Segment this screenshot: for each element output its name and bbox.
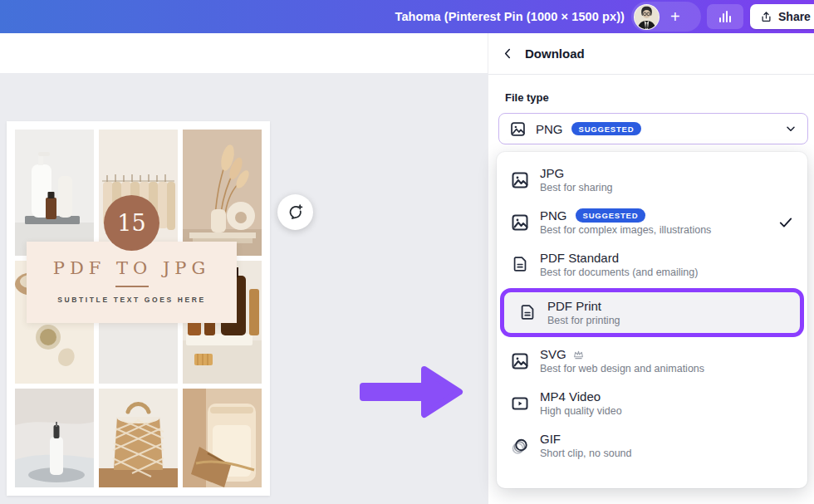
gif-icon [510,436,530,456]
share-button[interactable]: Share [750,4,814,29]
upload-icon [760,10,772,23]
chevron-down-icon [784,122,797,135]
option-desc: High quality video [540,405,622,417]
download-panel: Download File type PNG SUGGESTED [488,33,814,504]
option-desc: Best for printing [547,315,620,326]
option-jpg[interactable]: JPG Best for sharing [497,159,807,201]
image-icon [509,120,527,138]
document-icon [510,255,530,275]
photo-dried-plants-vase[interactable] [183,130,262,256]
share-label: Share [778,10,811,23]
suggested-badge: SUGGESTED [571,122,642,136]
premium-crown-icon [573,350,584,360]
option-name: PDF Print [547,299,601,313]
video-icon [510,394,530,413]
card-divider [115,286,149,287]
option-mp4[interactable]: MP4 Video High quality video [497,382,807,424]
file-type-select[interactable]: PNG SUGGESTED [498,113,808,144]
top-bar: Tahoma (Pinterest Pin (1000 × 1500 px)) … [0,0,814,33]
option-desc: Short clip, no sound [540,448,632,459]
suggested-badge: SUGGESTED [576,208,646,223]
option-desc: Best for complex images, illustrations [540,224,711,236]
option-gif[interactable]: GIF Short clip, no sound [497,424,807,467]
file-type-dropdown: JPG Best for sharing PNG SUGGESTED Best … [497,152,807,488]
panel-title: Download [525,46,585,61]
chevron-left-icon [501,46,515,61]
add-comment-icon [287,203,304,221]
image-icon [510,213,530,232]
add-comment-button[interactable] [277,194,313,230]
image-icon [510,170,530,190]
option-svg[interactable]: SVG Best for web design and animations [497,340,807,382]
file-type-label: File type [505,91,549,104]
selected-file-type: PNG [536,122,563,136]
photo-wicker-basket[interactable] [99,389,178,487]
option-desc: Best for sharing [540,182,613,193]
photo-skincare-bottles[interactable] [15,130,94,256]
option-png[interactable]: PNG SUGGESTED Best for complex images, i… [497,201,807,243]
app-window: Tahoma (Pinterest Pin (1000 × 1500 px)) … [0,0,814,504]
image-icon [510,351,530,371]
panel-header: Download [488,33,814,75]
pdf-print-highlight: PDF Print Best for printing [500,288,804,337]
option-name: PNG [540,208,567,223]
option-name: SVG [540,347,566,361]
editor-canvas[interactable]: 15 PDF TO JPG SUBTITLE TEXT GOES HERE [0,73,488,504]
document-title[interactable]: Tahoma (Pinterest Pin (1000 × 1500 px)) [395,10,625,23]
checkmark-icon [777,214,794,231]
option-name: PDF Standard [540,251,619,265]
option-pdf-standard[interactable]: PDF Standard Best for documents (and ema… [497,243,807,286]
document-icon [517,303,537,323]
toolbar-strip [0,33,488,73]
photo-serum-bottle[interactable] [15,389,94,487]
option-name: MP4 Video [540,389,601,404]
insights-button[interactable] [707,4,743,29]
card-title: PDF TO JPG [53,258,210,278]
bar-chart-icon [717,8,733,25]
option-name: JPG [540,166,564,180]
option-pdf-print[interactable]: PDF Print Best for printing [504,292,800,333]
avatar[interactable] [634,4,660,30]
option-desc: Best for web design and animations [540,363,704,374]
back-button[interactable] [495,42,520,66]
photo-candle-jar[interactable] [183,389,262,487]
card-subtitle: SUBTITLE TEXT GOES HERE [57,296,205,304]
collaborators-pill[interactable]: + [631,2,701,32]
title-card[interactable]: PDF TO JPG SUBTITLE TEXT GOES HERE [27,242,237,323]
add-collaborator-button[interactable]: + [670,8,680,25]
option-desc: Best for documents (and emailing) [540,267,698,278]
annotation-arrow [356,363,464,421]
number-badge[interactable]: 15 [104,195,159,251]
option-name: GIF [540,432,561,446]
